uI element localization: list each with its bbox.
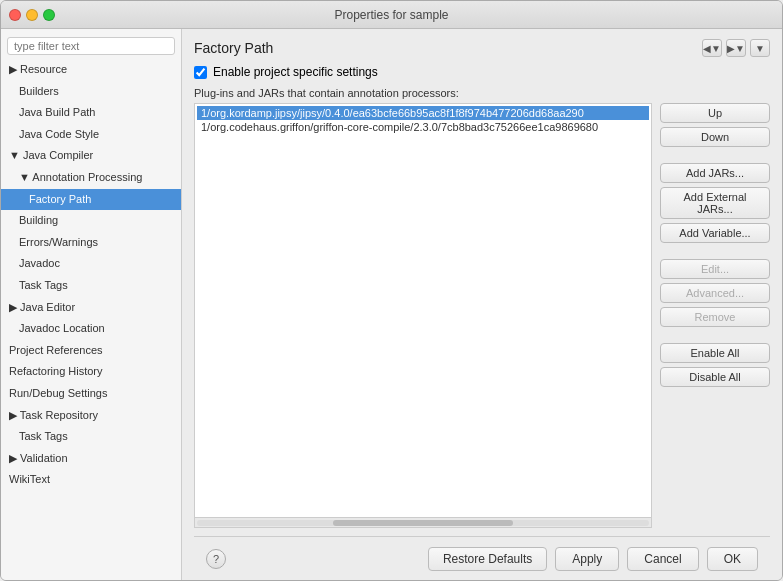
sidebar-item-validation[interactable]: ▶ Validation [1, 448, 181, 470]
sidebar-item-java-compiler[interactable]: ▼ Java Compiler [1, 145, 181, 167]
cancel-button[interactable]: Cancel [627, 547, 698, 571]
scrollbar-thumb [333, 520, 514, 526]
add-jars-button[interactable]: Add JARs... [660, 163, 770, 183]
sidebar-item-wikitext[interactable]: WikiText [1, 469, 181, 491]
advanced-button[interactable]: Advanced... [660, 283, 770, 303]
disable-all-button[interactable]: Disable All [660, 367, 770, 387]
menu-icon-btn[interactable]: ▼ [750, 39, 770, 57]
sidebar-item-java-code-style[interactable]: Java Code Style [1, 124, 181, 146]
sidebar-item-errors-warnings[interactable]: Errors/Warnings [1, 232, 181, 254]
sidebar-item-java-editor[interactable]: ▶ Java Editor [1, 297, 181, 319]
sidebar-item-builders[interactable]: Builders [1, 81, 181, 103]
sidebar: ▶ ResourceBuildersJava Build PathJava Co… [1, 29, 182, 580]
maximize-button[interactable] [43, 9, 55, 21]
plugin-list: 1/org.kordamp.jipsy/jipsy/0.4.0/ea63bcfe… [195, 104, 651, 517]
plugins-label: Plug-ins and JARs that contain annotatio… [194, 87, 770, 99]
sidebar-item-run-debug-settings[interactable]: Run/Debug Settings [1, 383, 181, 405]
enable-settings-checkbox[interactable] [194, 66, 207, 79]
section-wrapper: Plug-ins and JARs that contain annotatio… [194, 87, 770, 528]
forward-icon-btn[interactable]: ▶▼ [726, 39, 746, 57]
scrollbar-track [197, 520, 649, 526]
main-panel: Factory Path ◀▼ ▶▼ ▼ Enable project spec… [182, 29, 782, 580]
sidebar-item-javadoc[interactable]: Javadoc [1, 253, 181, 275]
edit-button[interactable]: Edit... [660, 259, 770, 279]
plugin-list-container: 1/org.kordamp.jipsy/jipsy/0.4.0/ea63bcfe… [194, 103, 652, 528]
sidebar-item-javadoc-location[interactable]: Javadoc Location [1, 318, 181, 340]
titlebar: Properties for sample [1, 1, 782, 29]
content-area: ▶ ResourceBuildersJava Build PathJava Co… [1, 29, 782, 580]
back-icon-btn[interactable]: ◀▼ [702, 39, 722, 57]
ok-button[interactable]: OK [707, 547, 758, 571]
horizontal-scrollbar[interactable] [195, 517, 651, 527]
plugin-buttons: Up Down Add JARs... Add External JARs...… [660, 103, 770, 528]
sidebar-item-resource[interactable]: ▶ Resource [1, 59, 181, 81]
panel-title-text: Factory Path [194, 40, 273, 56]
sidebar-item-java-build-path[interactable]: Java Build Path [1, 102, 181, 124]
panel-title-actions: ◀▼ ▶▼ ▼ [702, 39, 770, 57]
restore-defaults-button[interactable]: Restore Defaults [428, 547, 547, 571]
sidebar-item-annotation-processing[interactable]: ▼ Annotation Processing [1, 167, 181, 189]
plugin-list-item[interactable]: 1/org.codehaus.griffon/griffon-core-comp… [197, 120, 649, 134]
sidebar-item-task-tags2[interactable]: Task Tags [1, 426, 181, 448]
bottom-bar: ? Restore Defaults Apply Cancel OK [194, 536, 770, 580]
up-button[interactable]: Up [660, 103, 770, 123]
plugin-list-item[interactable]: 1/org.kordamp.jipsy/jipsy/0.4.0/ea63bcfe… [197, 106, 649, 120]
window-title: Properties for sample [334, 8, 448, 22]
remove-button[interactable]: Remove [660, 307, 770, 327]
sidebar-item-building[interactable]: Building [1, 210, 181, 232]
add-variable-button[interactable]: Add Variable... [660, 223, 770, 243]
enable-all-button[interactable]: Enable All [660, 343, 770, 363]
sidebar-item-factory-path[interactable]: Factory Path [1, 189, 181, 211]
bottom-bar-left: ? [206, 549, 226, 569]
down-button[interactable]: Down [660, 127, 770, 147]
tree-container: ▶ ResourceBuildersJava Build PathJava Co… [1, 59, 181, 491]
window: Properties for sample ▶ ResourceBuilders… [0, 0, 783, 581]
minimize-button[interactable] [26, 9, 38, 21]
close-button[interactable] [9, 9, 21, 21]
add-external-jars-button[interactable]: Add External JARs... [660, 187, 770, 219]
plugin-content: 1/org.kordamp.jipsy/jipsy/0.4.0/ea63bcfe… [194, 103, 770, 528]
sidebar-item-task-repository[interactable]: ▶ Task Repository [1, 405, 181, 427]
panel-title-row: Factory Path ◀▼ ▶▼ ▼ [194, 39, 770, 57]
sidebar-item-project-references[interactable]: Project References [1, 340, 181, 362]
enable-settings-label: Enable project specific settings [213, 65, 378, 79]
sidebar-item-task-tags[interactable]: Task Tags [1, 275, 181, 297]
sidebar-item-refactoring-history[interactable]: Refactoring History [1, 361, 181, 383]
filter-input[interactable] [7, 37, 175, 55]
help-button[interactable]: ? [206, 549, 226, 569]
titlebar-buttons [9, 9, 55, 21]
enable-settings-row: Enable project specific settings [194, 65, 770, 79]
apply-button[interactable]: Apply [555, 547, 619, 571]
